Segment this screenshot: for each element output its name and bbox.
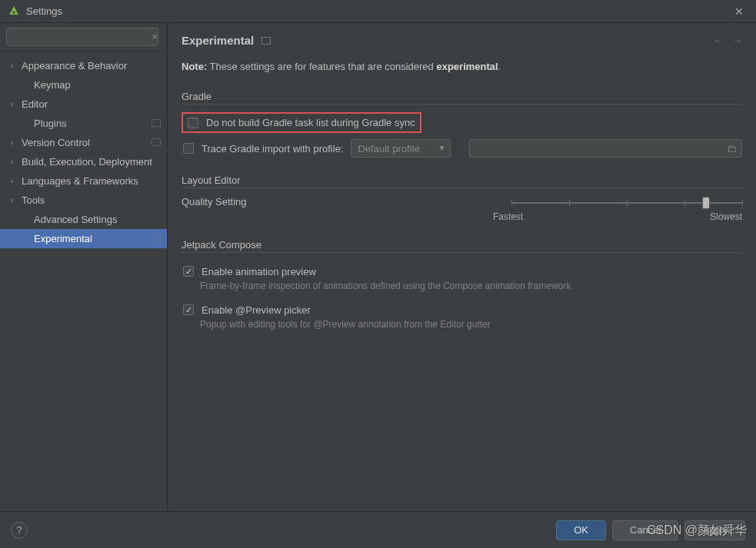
profile-path-input[interactable]: 🗀 — [469, 139, 742, 158]
slider-max-label: Slowest — [710, 211, 742, 222]
sidebar-item-label: Experimental — [34, 233, 167, 244]
enable-animation-preview-label: Enable animation preview — [201, 266, 316, 277]
enable-preview-picker-label: Enable @Preview picker — [201, 304, 311, 316]
window-title: Settings — [26, 5, 730, 17]
profile-select[interactable]: Default profile ▼ — [351, 139, 451, 158]
sidebar-item-build-execution-deployment[interactable]: ›Build, Execution, Deployment — [0, 152, 167, 171]
slider-thumb[interactable] — [702, 197, 710, 209]
profile-select-value: Default profile — [358, 143, 419, 154]
sidebar-item-label: Plugins — [34, 118, 167, 129]
sidebar-item-experimental[interactable]: ›Experimental — [0, 229, 167, 248]
enable-preview-picker-checkbox[interactable] — [183, 304, 194, 315]
enable-animation-preview-checkbox[interactable] — [183, 266, 194, 277]
content-panel: Experimental ← → Note: These settings ar… — [168, 23, 756, 511]
gradle-heading: Gradle — [182, 91, 218, 102]
expand-arrow-icon: › — [11, 100, 20, 108]
chevron-down-icon: ▼ — [438, 144, 446, 152]
sidebar-item-keymap[interactable]: ›Keymap — [0, 75, 167, 95]
nav-forward-icon[interactable]: → — [732, 35, 742, 46]
nav-back-icon[interactable]: ← — [713, 35, 723, 46]
trace-gradle-checkbox[interactable] — [183, 143, 194, 154]
sidebar-item-label: Version Control — [22, 137, 167, 148]
jetpack-section: Jetpack Compose Enable animation preview… — [182, 239, 742, 330]
quality-slider[interactable] — [511, 202, 742, 204]
sidebar-item-version-control[interactable]: ›Version Control — [0, 133, 167, 152]
sidebar-item-appearance-behavior[interactable]: ›Appearance & Behavior — [0, 56, 167, 75]
sidebar-item-editor[interactable]: ›Editor — [0, 95, 167, 114]
slider-min-label: Fastest — [493, 211, 523, 222]
svg-point-0 — [13, 11, 15, 13]
sidebar-item-advanced-settings[interactable]: ›Advanced Settings — [0, 210, 167, 229]
folder-icon[interactable]: 🗀 — [727, 143, 737, 154]
highlighted-option: Do not build Gradle task list during Gra… — [182, 112, 421, 133]
watermark: CSDN @颜如舜华 — [647, 523, 747, 539]
ok-button[interactable]: OK — [556, 520, 606, 540]
sidebar-item-label: Tools — [22, 194, 167, 206]
sidebar-item-tools[interactable]: ›Tools — [0, 191, 167, 210]
page-title: Experimental — [182, 34, 254, 47]
breadcrumb: Experimental — [182, 34, 271, 47]
sidebar-item-label: Languages & Frameworks — [22, 175, 167, 187]
project-scope-icon — [152, 234, 161, 242]
sidebar: 🔍 × ›Appearance & Behavior›Keymap›Editor… — [0, 23, 168, 511]
sidebar-item-plugins[interactable]: ›Plugins — [0, 114, 167, 133]
preview-picker-desc: Popup with editing tools for @Preview an… — [182, 319, 742, 330]
sidebar-item-label: Keymap — [34, 79, 167, 91]
note-text: Note: These settings are for features th… — [182, 61, 742, 72]
sidebar-item-label: Build, Execution, Deployment — [22, 156, 167, 168]
expand-arrow-icon: › — [11, 138, 20, 147]
jetpack-heading: Jetpack Compose — [182, 239, 268, 251]
layout-editor-section: Layout Editor Quality Setting Fastest Sl… — [182, 174, 742, 222]
gradle-tasklist-checkbox[interactable] — [188, 118, 198, 128]
sidebar-item-label: Appearance & Behavior — [22, 60, 167, 71]
settings-tree: ›Appearance & Behavior›Keymap›Editor›Plu… — [0, 51, 167, 248]
trace-gradle-label: Trace Gradle import with profile: — [201, 143, 343, 154]
expand-arrow-icon: › — [11, 177, 20, 185]
sidebar-item-languages-frameworks[interactable]: ›Languages & Frameworks — [0, 171, 167, 191]
search-input[interactable] — [6, 28, 158, 46]
gradle-section: Gradle Do not build Gradle task list dur… — [182, 91, 742, 158]
expand-arrow-icon: › — [11, 158, 20, 166]
close-icon[interactable]: ✕ — [730, 5, 748, 18]
project-scope-icon — [152, 119, 161, 127]
layout-editor-heading: Layout Editor — [182, 174, 247, 186]
android-studio-icon — [8, 5, 20, 18]
gradle-tasklist-label: Do not build Gradle task list during Gra… — [206, 117, 415, 128]
expand-arrow-icon: › — [11, 196, 20, 204]
project-scope-icon — [152, 138, 161, 146]
sidebar-item-label: Editor — [22, 98, 167, 110]
sidebar-item-label: Advanced Settings — [34, 214, 167, 225]
project-scope-icon — [261, 37, 271, 45]
quality-label: Quality Setting — [182, 196, 247, 208]
clear-search-icon[interactable]: × — [152, 31, 158, 42]
expand-arrow-icon: › — [11, 61, 20, 70]
help-button[interactable]: ? — [11, 522, 28, 539]
animation-preview-desc: Frame-by-frame inspection of animations … — [182, 281, 742, 291]
titlebar: Settings ✕ — [0, 0, 756, 23]
footer: ? OK Cancel Apply — [0, 511, 756, 548]
